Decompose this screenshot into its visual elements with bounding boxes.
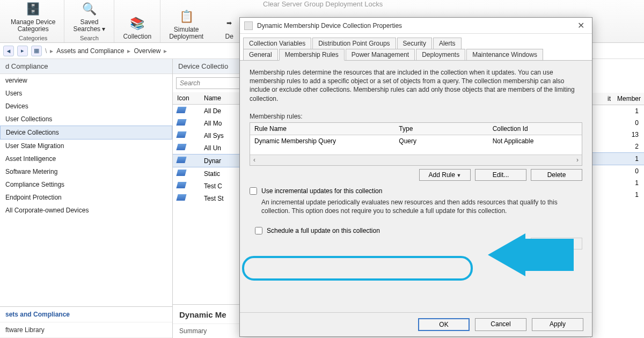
ribbon-category-label: Search [80, 35, 99, 41]
tab[interactable]: Deployments [416, 49, 465, 61]
manage-device-categories-button[interactable]: 🗄️ Manage Device Categories [8, 0, 58, 34]
member-count: 0 [591, 165, 644, 177]
dialog-titlebar: Dynamic Membership Device Collection Pro… [240, 18, 592, 34]
left-nav-panel: d Compliance verviewUsersDevicesUser Col… [0, 59, 173, 338]
dialog-title: Dynamic Membership Device Collection Pro… [257, 22, 574, 30]
rules-table-row[interactable]: Dynamic Membership Query Query Not Appli… [250, 135, 582, 147]
incremental-updates-checkbox[interactable]: Use incremental updates for this collect… [250, 187, 582, 195]
sidebar-item[interactable]: Asset Intelligence [0, 152, 172, 165]
tab[interactable]: Power Management [346, 49, 415, 61]
annotation-highlight [242, 256, 473, 281]
ok-button[interactable]: OK [418, 318, 470, 331]
col-collection-id[interactable]: Collection Id [488, 123, 582, 135]
right-col-header: it Member [591, 93, 644, 105]
tab[interactable]: Security [397, 38, 432, 49]
tab[interactable]: Alerts [433, 38, 462, 49]
breadcrumb-item[interactable]: Assets and Compliance [56, 47, 124, 55]
rules-table: Rule Name Type Collection Id Dynamic Mem… [250, 122, 582, 166]
cancel-button[interactable]: Cancel [475, 318, 526, 331]
sidebar-item[interactable]: Users [0, 87, 172, 100]
ribbon-group-categories: 🗄️ Manage Device Categories Categories [2, 0, 64, 42]
sidebar-item[interactable]: Devices [0, 100, 172, 113]
search-icon: 🔍 [80, 1, 98, 18]
sidebar-item[interactable]: Compliance Settings [0, 178, 172, 191]
right-column: it Member 101321011 [590, 59, 644, 338]
deploy-button[interactable]: ➡ De [217, 14, 241, 41]
properties-dialog: Dynamic Membership Device Collection Pro… [239, 17, 592, 337]
tab[interactable]: Maintenance Windows [466, 49, 543, 61]
rules-table-header: Rule Name Type Collection Id [250, 123, 582, 135]
member-count: 1 [591, 152, 644, 165]
breadcrumb-item[interactable]: Overview [134, 47, 160, 55]
sidebar-item[interactable]: Endpoint Protection [0, 191, 172, 204]
nav-forward-icon[interactable]: ▸ [17, 46, 28, 56]
ribbon-group-simulate: 📋 Simulate Deployment [160, 0, 212, 42]
apply-button[interactable]: Apply [532, 318, 583, 331]
sidebar-item[interactable]: All Corporate-owned Devices [0, 204, 172, 217]
member-count: 1 [591, 177, 644, 189]
col-rule-name[interactable]: Rule Name [250, 123, 394, 135]
member-count: 2 [591, 141, 644, 152]
member-count: 0 [591, 117, 644, 129]
tab[interactable]: Collection Variables [243, 38, 311, 49]
rules-scrollbar[interactable]: ‹› [250, 155, 582, 165]
member-count: 13 [591, 129, 644, 141]
collection-button[interactable]: 📚 Collection [120, 14, 155, 41]
col-it[interactable]: it [591, 93, 614, 105]
add-rule-button[interactable]: Add Rule [419, 169, 471, 181]
nav-back-icon[interactable]: ◄ [3, 46, 14, 56]
ribbon-label: Collection [123, 33, 151, 40]
close-button[interactable]: ✕ [574, 19, 588, 32]
collection-icon [176, 194, 186, 201]
sidebar-item[interactable]: verview [0, 74, 172, 87]
schedule-checkbox-input[interactable] [255, 227, 262, 234]
collection-icon [176, 119, 186, 126]
collection-icon [176, 107, 186, 113]
ribbon-disabled-command: Clear Server Group Deployment Locks [263, 0, 383, 8]
collection-icon [176, 144, 186, 150]
collection-icon [176, 157, 186, 163]
sidebar-item[interactable]: User State Migration [0, 139, 172, 152]
simulate-icon: 📋 [178, 8, 195, 25]
tab[interactable]: Distribution Point Groups [312, 38, 396, 49]
col-icon[interactable]: Icon [173, 92, 200, 104]
workspace-software-library[interactable]: ftware Library [0, 322, 172, 338]
nav-root-icon[interactable]: ▦ [31, 46, 42, 56]
tab-body: Membership rules determine the resources… [240, 60, 592, 312]
ribbon-label: De [225, 33, 233, 40]
edit-rule-button[interactable]: Edit... [475, 169, 526, 181]
delete-rule-button[interactable]: Delete [531, 169, 582, 181]
ribbon-label: Simulate Deployment [169, 26, 203, 40]
left-panel-title: d Compliance [0, 59, 172, 74]
dialog-tabs: Collection VariablesDistribution Point G… [240, 34, 592, 60]
sidebar-item[interactable]: User Collections [0, 113, 172, 126]
member-count: 1 [591, 189, 644, 201]
ribbon-label: Manage Device Categories [11, 19, 55, 33]
tab[interactable]: General [243, 49, 278, 61]
saved-searches-button[interactable]: 🔍 Saved Searches ▾ [70, 0, 108, 34]
nav-list: verviewUsersDevicesUser CollectionsDevic… [0, 74, 172, 306]
ribbon-category-label: Categories [19, 35, 47, 41]
breadcrumb-sep: \ [45, 47, 47, 55]
workspace-switcher: sets and Compliance ftware Library [0, 306, 172, 338]
incremental-checkbox-input[interactable] [250, 187, 257, 195]
ribbon-group-collection: 📚 Collection [114, 0, 160, 42]
collection-icon [176, 131, 186, 138]
dialog-icon [244, 21, 253, 30]
ribbon-label: Saved Searches ▾ [73, 19, 105, 33]
annotation-arrow-icon [488, 233, 574, 276]
ribbon-group-search: 🔍 Saved Searches ▾ Search [64, 0, 114, 42]
collection-icon: 📚 [129, 15, 146, 32]
col-member[interactable]: Member [614, 93, 644, 105]
rules-label: Membership rules: [250, 113, 582, 120]
simulate-deployment-button[interactable]: 📋 Simulate Deployment [166, 7, 207, 41]
col-rule-type[interactable]: Type [394, 123, 488, 135]
workspace-assets[interactable]: sets and Compliance [0, 307, 172, 322]
tab[interactable]: Membership Rules [279, 49, 345, 61]
sidebar-item[interactable]: Software Metering [0, 165, 172, 178]
svg-marker-0 [488, 233, 574, 276]
membership-description: Membership rules determine the resources… [250, 68, 582, 103]
collection-icon [176, 182, 186, 188]
incremental-description: An incremental update periodically evalu… [261, 198, 582, 215]
sidebar-item[interactable]: Device Collections [0, 126, 172, 139]
